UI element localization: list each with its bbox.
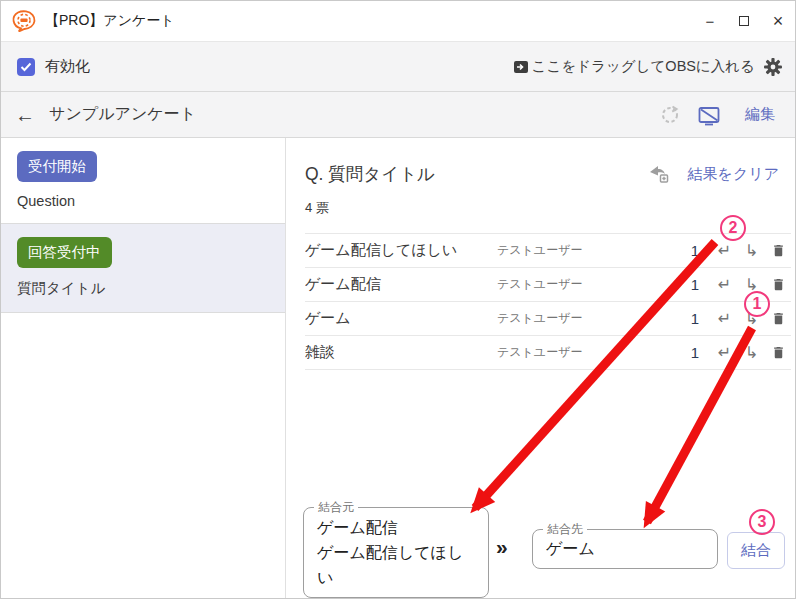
trash-icon — [771, 344, 786, 361]
answer-text: ゲーム配信してほしい — [305, 241, 497, 260]
enable-checkbox[interactable] — [17, 58, 35, 76]
merge-branch-icon[interactable]: ↳ — [738, 277, 765, 293]
merge-source-box[interactable]: 結合元 ゲーム配信 ゲーム配信してほしい — [303, 507, 489, 598]
toolbar: 有効化 ここをドラッグしてOBSに入れる — [1, 41, 795, 92]
sidebar-item-active-question[interactable]: 回答受付中 質問タイトル — [1, 223, 285, 313]
delete-answer-button[interactable] — [765, 276, 791, 293]
drag-to-obs-icon — [513, 60, 529, 74]
merge-target-box: 結合先 — [532, 529, 718, 569]
sidebar-item-title: 質問タイトル — [17, 279, 269, 298]
merge-return-icon[interactable]: ↵ — [711, 243, 738, 259]
answer-user: テストユーザー — [497, 310, 669, 327]
close-button[interactable]: × — [761, 1, 795, 41]
survey-title: サンプルアンケート — [49, 104, 196, 125]
tv-off-icon[interactable] — [697, 104, 721, 126]
trash-icon — [771, 310, 786, 327]
merge-direction-chevron: » — [496, 535, 508, 559]
back-button[interactable]: ← — [15, 105, 35, 125]
merge-target-label: 結合先 — [543, 521, 587, 538]
results-actions: 結果をクリア — [648, 164, 779, 184]
merge-source-value: ゲーム配信 ゲーム配信してほしい — [317, 515, 475, 590]
settings-gear-icon[interactable] — [763, 57, 783, 77]
question-title: Q. 質問タイトル — [305, 162, 435, 186]
answer-user: テストユーザー — [497, 344, 669, 361]
answer-count: 1 — [669, 344, 699, 361]
app-logo-icon — [11, 9, 37, 33]
obs-drag-label: ここをドラッグしてOBSに入れる — [532, 57, 755, 76]
present-result-icon[interactable] — [648, 164, 670, 184]
answer-count: 1 — [669, 242, 699, 259]
merge-branch-icon[interactable]: ↳ — [738, 243, 765, 259]
app-window: 【PRO】アンケート − × 有効化 ここをドラッグしてOBSに入れる — [0, 0, 796, 599]
results-header: Q. 質問タイトル 結果をクリア — [305, 162, 779, 186]
app-body: 受付開始 Question 回答受付中 質問タイトル Q. 質問タイトル 結果を… — [1, 138, 795, 599]
merge-branch-icon[interactable]: ↳ — [738, 345, 765, 361]
answer-user: テストユーザー — [497, 276, 669, 293]
clear-results-link[interactable]: 結果をクリア — [688, 165, 779, 184]
enable-checkbox-label[interactable]: 有効化 — [45, 57, 90, 76]
maximize-icon — [739, 16, 749, 26]
window-controls: − × — [693, 1, 795, 41]
answer-text: 雑談 — [305, 343, 497, 362]
obs-drag-area[interactable]: ここをドラッグしてOBSに入れる — [513, 57, 783, 77]
survey-header: ← サンプルアンケート 編集 — [1, 92, 795, 138]
results-panel: Q. 質問タイトル 結果をクリア 4 票 ゲーム配信してほしい テストユーザー … — [286, 138, 795, 599]
answer-count: 1 — [669, 276, 699, 293]
answer-text: ゲーム — [305, 309, 497, 328]
delete-answer-button[interactable] — [765, 242, 791, 259]
maximize-button[interactable] — [727, 1, 761, 41]
trash-icon — [771, 276, 786, 293]
window-title: 【PRO】アンケート — [45, 12, 175, 30]
answer-row: ゲーム配信してほしい テストユーザー 1 ↵ ↳ — [305, 234, 791, 268]
titlebar: 【PRO】アンケート − × — [1, 1, 795, 41]
delete-answer-button[interactable] — [765, 310, 791, 327]
question-sidebar: 受付開始 Question 回答受付中 質問タイトル — [1, 138, 286, 599]
answer-text: ゲーム配信 — [305, 275, 497, 294]
delete-answer-button[interactable] — [765, 344, 791, 361]
start-accepting-button[interactable]: 受付開始 — [17, 151, 97, 182]
accepting-answers-badge[interactable]: 回答受付中 — [17, 237, 112, 268]
merge-return-icon[interactable]: ↵ — [711, 345, 738, 361]
sidebar-item-title: Question — [17, 193, 269, 209]
merge-return-icon[interactable]: ↵ — [711, 311, 738, 327]
answer-row: ゲーム テストユーザー 1 ↵ ↳ — [305, 302, 791, 336]
answer-row: ゲーム配信 テストユーザー 1 ↵ ↳ — [305, 268, 791, 302]
answer-count: 1 — [669, 310, 699, 327]
survey-header-actions: 編集 — [659, 104, 781, 126]
trash-icon — [771, 242, 786, 259]
minimize-button[interactable]: − — [693, 1, 727, 41]
answer-user: テストユーザー — [497, 242, 669, 259]
edit-link[interactable]: 編集 — [745, 105, 775, 124]
merge-button[interactable]: 結合 — [727, 532, 785, 569]
answer-list: ゲーム配信してほしい テストユーザー 1 ↵ ↳ ゲーム配信 テストユーザー 1… — [305, 233, 791, 370]
merge-return-icon[interactable]: ↵ — [711, 277, 738, 293]
history-icon — [659, 104, 681, 126]
vote-count: 4 票 — [305, 199, 795, 217]
merge-source-label: 結合元 — [314, 499, 358, 516]
sidebar-item-question[interactable]: 受付開始 Question — [1, 138, 285, 223]
merge-branch-icon[interactable]: ↳ — [738, 311, 765, 327]
answer-row: 雑談 テストユーザー 1 ↵ ↳ — [305, 336, 791, 370]
